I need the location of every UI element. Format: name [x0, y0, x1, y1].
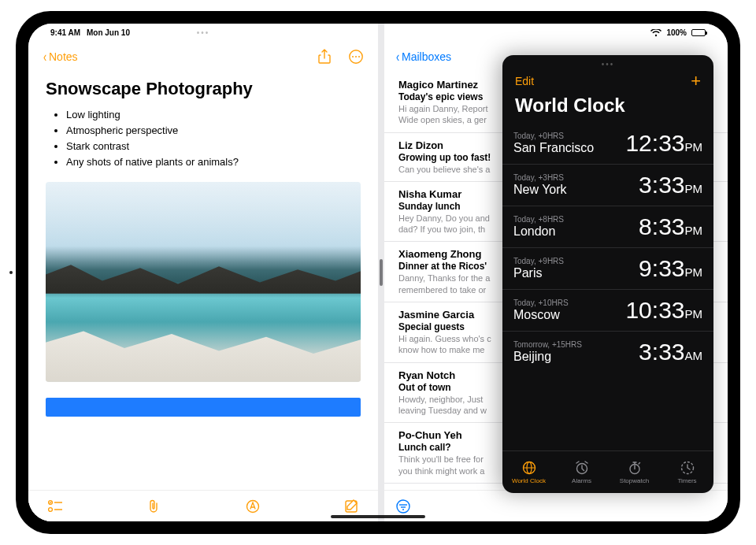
chevron-left-icon: ‹: [396, 51, 399, 62]
status-date: Mon Jun 10: [87, 28, 130, 37]
world-clock-item[interactable]: Today, +3HRSNew York3:33PM: [502, 164, 713, 206]
clock-time: 3:33PM: [639, 172, 702, 198]
svg-point-1: [352, 56, 354, 57]
world-clock-title: World Clock: [502, 93, 713, 123]
note-bullet-list: Low lighting Atmospheric perspective Sta…: [46, 107, 361, 171]
clock-time: 10:33PM: [625, 297, 702, 324]
clock-offset: Today, +9HRS: [513, 257, 564, 265]
world-clock-item[interactable]: Tomorrow, +15HRSBeijing3:33AM: [502, 331, 713, 373]
clock-offset: Today, +10HRS: [513, 298, 569, 307]
markup-button[interactable]: [245, 499, 261, 514]
clock-tab-alarm[interactable]: Alarms: [555, 451, 608, 493]
world-clock-item[interactable]: Today, +8HRSLondon8:33PM: [502, 206, 713, 247]
slideover-grab-indicator-icon[interactable]: •••: [602, 60, 615, 69]
clock-city: New York: [513, 183, 567, 197]
clock-time: 9:33PM: [639, 255, 702, 282]
divider-handle-icon[interactable]: [380, 259, 383, 286]
notes-back-button[interactable]: ‹ Notes: [43, 50, 78, 63]
home-indicator[interactable]: [331, 515, 425, 518]
globe-icon: [521, 460, 537, 476]
clock-tab-label: Stopwatch: [620, 477, 649, 484]
note-image[interactable]: [46, 182, 361, 382]
clock-offset: Tomorrow, +15HRS: [513, 340, 582, 349]
clock-tab-globe[interactable]: World Clock: [502, 451, 555, 493]
clock-time: 12:33PM: [625, 130, 702, 157]
timer-icon: [680, 460, 695, 476]
compose-button[interactable]: [343, 499, 359, 514]
note-bullet: Atmospheric perspective: [66, 123, 361, 139]
svg-point-6: [49, 507, 53, 511]
share-button[interactable]: [317, 49, 332, 65]
clock-tab-label: Timers: [677, 477, 696, 484]
clock-city: San Francisco: [513, 141, 594, 155]
note-title: Snowscape Photography: [46, 79, 361, 99]
wifi-icon: [650, 29, 662, 37]
clock-tab-label: World Clock: [512, 477, 546, 484]
mail-back-button[interactable]: ‹ Mailboxes: [395, 50, 451, 63]
notes-app-pane: ••• ‹ Notes Snowscape Photography: [28, 24, 378, 521]
clock-city: Paris: [513, 266, 564, 280]
world-clock-item[interactable]: Today, +0HRSSan Francisco12:33PM: [502, 123, 713, 164]
notes-back-label: Notes: [49, 50, 78, 63]
clock-city: Moscow: [513, 308, 569, 322]
status-time: 9:41 AM: [50, 28, 80, 37]
clock-time: 8:33PM: [639, 213, 702, 240]
stopwatch-icon: [627, 460, 643, 476]
note-bullet: Low lighting: [66, 107, 361, 123]
add-city-button[interactable]: +: [691, 71, 701, 91]
notes-toolbar: [28, 490, 378, 521]
clock-offset: Today, +3HRS: [513, 173, 567, 182]
world-clock-item[interactable]: Today, +10HRSMoscow10:33PM: [502, 289, 713, 331]
edit-button[interactable]: Edit: [515, 75, 534, 87]
attach-button[interactable]: [146, 499, 161, 514]
clock-tabbar: World ClockAlarmsStopwatchTimers: [502, 450, 713, 493]
status-bar: 9:41 AM Mon Jun 10 100%: [28, 24, 728, 39]
clock-tab-stopwatch[interactable]: Stopwatch: [608, 451, 661, 493]
note-bullet: Any shots of native plants or animals?: [66, 154, 361, 170]
status-battery-pct: 100%: [666, 28, 687, 37]
world-clock-item[interactable]: Today, +9HRSParis9:33PM: [502, 247, 713, 289]
note-bullet: Stark contrast: [66, 139, 361, 154]
checklist-button[interactable]: [47, 499, 63, 514]
more-button[interactable]: [348, 49, 364, 65]
chevron-left-icon: ‹: [43, 51, 46, 62]
clock-offset: Today, +0HRS: [513, 132, 594, 140]
clock-city: Beijing: [513, 350, 582, 364]
svg-point-10: [397, 500, 410, 513]
clock-time: 3:33AM: [639, 339, 702, 365]
note-content[interactable]: Snowscape Photography Low lighting Atmos…: [28, 72, 378, 423]
filter-button[interactable]: [395, 499, 411, 514]
mail-back-label: Mailboxes: [402, 50, 451, 63]
clock-offset: Today, +8HRS: [513, 215, 564, 224]
clock-slideover[interactable]: ••• Edit + World Clock Today, +0HRSSan F…: [502, 55, 713, 493]
svg-point-3: [358, 56, 360, 57]
svg-point-2: [355, 56, 357, 57]
clock-tab-label: Alarms: [572, 477, 591, 484]
note-image-secondary[interactable]: [46, 398, 361, 417]
world-clock-list[interactable]: Today, +0HRSSan Francisco12:33PMToday, +…: [502, 123, 713, 450]
split-view-divider[interactable]: [378, 24, 384, 521]
battery-icon: [691, 29, 706, 36]
clock-tab-timer[interactable]: Timers: [661, 451, 713, 493]
alarm-icon: [574, 460, 590, 476]
clock-city: London: [513, 224, 564, 239]
